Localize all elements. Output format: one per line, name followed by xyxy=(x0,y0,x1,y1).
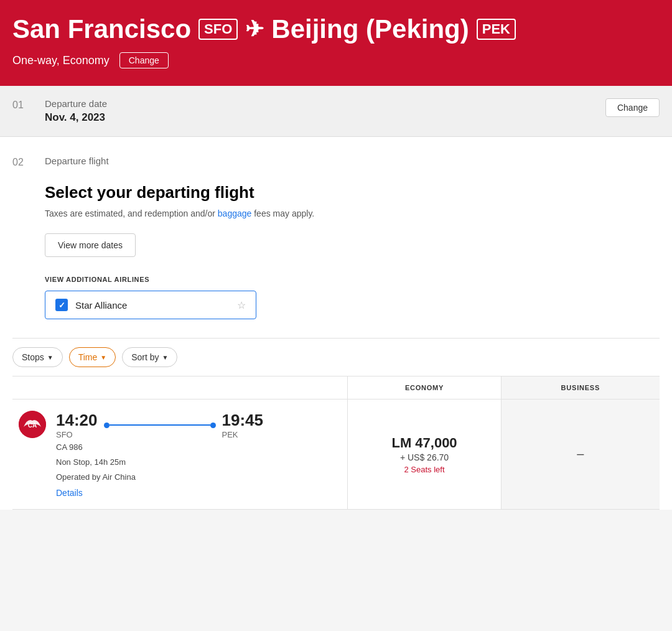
step1-label: Departure date xyxy=(45,98,107,109)
economy-cell[interactable]: LM 47,000 + US$ 26.70 2 Seats left xyxy=(348,400,501,509)
baggage-link[interactable]: baggage xyxy=(218,208,252,218)
trip-meta: One-way, Economy Change xyxy=(12,52,660,68)
plane-icon: ✈ xyxy=(245,17,264,42)
sort-label: Sort by xyxy=(131,352,159,362)
destination-city: Beijing (Peking) xyxy=(271,15,469,44)
tax-note-prefix: Taxes are estimated, and redemption and/… xyxy=(45,208,218,218)
step1-row: 01 Departure date Nov. 4, 2023 Change xyxy=(0,86,672,137)
view-more-dates-button[interactable]: View more dates xyxy=(45,233,136,257)
origin-code: SFO xyxy=(198,19,238,40)
origin-city: San Francisco xyxy=(12,15,191,44)
stops-label: Stops xyxy=(22,352,44,362)
time-label: Time xyxy=(78,352,98,362)
sort-filter-button[interactable]: Sort by ▼ xyxy=(122,347,177,367)
step1-value: Nov. 4, 2023 xyxy=(45,111,107,124)
arrive-dot xyxy=(210,423,216,428)
sort-arrow-icon: ▼ xyxy=(162,354,169,361)
step2-number: 02 xyxy=(12,156,30,168)
star-alliance-name: Star Alliance xyxy=(75,300,230,311)
header-change-button[interactable]: Change xyxy=(119,52,169,68)
economy-price: LM 47,000 xyxy=(354,434,494,452)
business-column-header: BUSINESS xyxy=(501,376,660,400)
flight-column-header xyxy=(12,376,348,400)
time-filter-button[interactable]: Time ▼ xyxy=(69,347,116,367)
star-icon[interactable]: ☆ xyxy=(237,299,246,311)
flight-line-graphic xyxy=(110,424,210,426)
flight-duration: Non Stop, 14h 25m xyxy=(56,456,263,469)
destination-code: PEK xyxy=(477,19,516,40)
step1-change-button[interactable]: Change xyxy=(605,98,660,117)
seats-left: 2 Seats left xyxy=(354,465,494,474)
details-link[interactable]: Details xyxy=(56,488,263,498)
flight-info-cell: CA 14:20 SFO xyxy=(12,400,348,509)
time-arrow-icon: ▼ xyxy=(100,354,106,361)
trip-type: One-way, Economy xyxy=(12,54,110,67)
stops-filter-button[interactable]: Stops ▼ xyxy=(12,347,63,367)
flight-number: CA 986 xyxy=(56,441,263,454)
operated-by: Operated by Air China xyxy=(56,471,263,484)
depart-dot xyxy=(104,423,110,428)
tax-note: Taxes are estimated, and redemption and/… xyxy=(45,208,660,218)
additional-airlines-label: VIEW ADDITIONAL AIRLINES xyxy=(45,276,660,283)
airline-logo: CA xyxy=(19,411,46,438)
arrive-time: 19:45 xyxy=(222,411,264,430)
economy-usd: + US$ 26.70 xyxy=(354,452,494,462)
select-flight-title: Select your departing flight xyxy=(45,183,660,202)
business-dash: – xyxy=(577,447,584,460)
step1-number: 01 xyxy=(12,98,30,111)
filter-row: Stops ▼ Time ▼ Sort by ▼ xyxy=(12,338,660,367)
business-cell: – xyxy=(501,400,660,509)
flight-table: ECONOMY BUSINESS CA xyxy=(12,376,660,509)
arrive-airport: PEK xyxy=(222,430,264,439)
table-row: CA 14:20 SFO xyxy=(12,400,660,509)
route-title: San Francisco SFO ✈ Beijing (Peking) PEK xyxy=(12,15,660,44)
step2-label: Departure flight xyxy=(45,156,109,166)
stops-arrow-icon: ▼ xyxy=(47,354,54,361)
depart-time: 14:20 xyxy=(56,411,98,430)
economy-column-header: ECONOMY xyxy=(348,376,501,400)
tax-note-suffix: fees may apply. xyxy=(251,208,314,218)
step2-section: 02 Departure flight Select your departin… xyxy=(0,137,672,509)
star-alliance-row: Star Alliance ☆ xyxy=(45,291,256,319)
page-header: San Francisco SFO ✈ Beijing (Peking) PEK… xyxy=(0,0,672,86)
depart-airport: SFO xyxy=(56,430,98,439)
star-alliance-checkbox[interactable] xyxy=(55,299,68,311)
